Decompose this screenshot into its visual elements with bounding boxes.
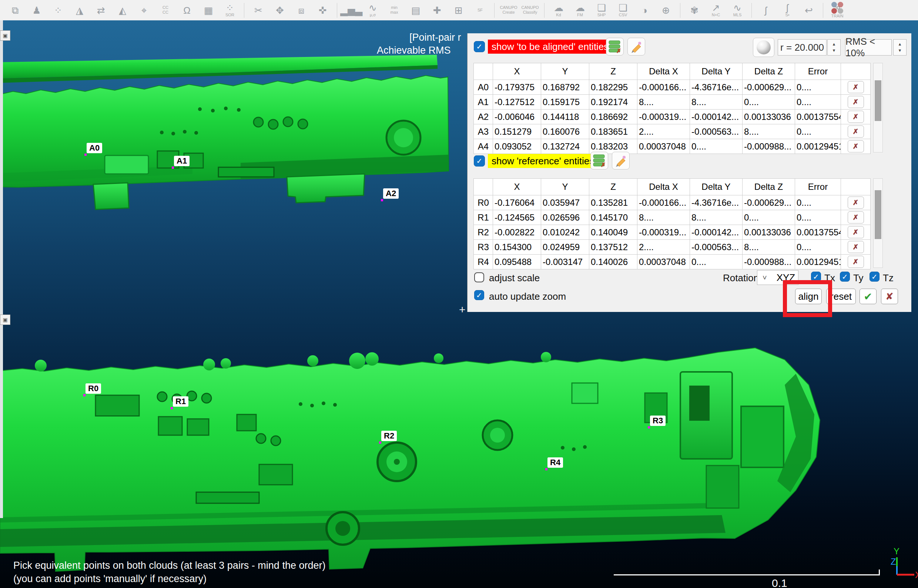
delete-point-button[interactable]: ✗ [848,140,864,152]
canupo-classify-icon[interactable]: CANUPOClassify [520,2,540,19]
rms-field[interactable]: RMS < 10% [845,39,892,55]
table-row[interactable]: A0-0.1793750.1687920.182295-0.000166...-… [474,80,871,95]
axis-gizmo: Y Z X [885,543,918,584]
c2m-distance-icon[interactable]: Ω [176,2,197,19]
icon-glyph: ▤ [411,6,420,15]
shp-file-icon[interactable]: ❏SHP [591,2,612,19]
tz-checkbox[interactable]: ✓ [870,271,879,282]
table-row[interactable]: R0-0.1760640.0359470.135281-0.000166...-… [474,195,871,210]
delete-point-button[interactable]: ✗ [848,211,864,223]
spin-up-icon: ▲ [898,42,902,46]
dock-tab-top[interactable]: ▣ [0,30,10,41]
translate-rotate-icon[interactable]: ✥ [270,2,290,19]
delete-point-button[interactable]: ✗ [848,241,864,253]
aligned-point-cloud [0,55,449,210]
normals-compute-icon[interactable]: ↗N+C [706,2,726,19]
check-icon: ✔ [864,291,872,302]
facets-icon[interactable]: ◑ [634,2,655,19]
segment-scissors-icon[interactable]: ✂ [248,2,269,19]
table-row[interactable]: R2-0.0028220.0102420.140049-0.000319...-… [474,225,871,240]
kd-tree-icon[interactable]: ☁Kd [548,2,569,19]
table-row[interactable]: A2-0.0060460.1441180.186692-0.000319...-… [474,110,871,124]
cell-value: 2.... [637,240,690,255]
mesh-align-icon[interactable]: ◭ [112,2,133,19]
point-pair-registration-icon[interactable]: ⌖ [134,2,154,19]
csv-file-icon[interactable]: ❏CSV [613,2,634,19]
radius-spinner[interactable]: ▲▼ [827,39,840,55]
cell-value: -4.36716e... [690,80,743,95]
scrollbar-thumb[interactable] [875,80,881,121]
radius-field[interactable]: r = 20.000 [778,39,827,55]
reference-table-scrollbar[interactable] [873,178,883,268]
adjust-scale-checkbox[interactable] [474,272,484,282]
row-label: A1 [474,95,493,110]
aligned-table-scrollbar[interactable] [873,63,883,152]
point-label-R1: R1 [173,396,188,407]
icon-text: CC [163,10,168,15]
delete-point-button[interactable]: ✗ [848,111,864,123]
clone-icon[interactable]: ⧉ [5,2,26,19]
gaussian-stats-icon[interactable]: ∿μ,σ [362,2,383,19]
sphere-tool-button[interactable] [753,38,774,57]
dock-tab-bottom[interactable]: ▣ [0,315,10,325]
mls-smoothing-icon[interactable]: ∿MLS [727,2,748,19]
scrollbar-thumb[interactable] [875,190,881,239]
svg-text:✗: ✗ [601,162,606,167]
spline-fit-icon[interactable]: ʃS• [777,2,798,19]
validate-button[interactable]: ✔ [860,289,876,304]
table-row[interactable]: A40.0930520.1327240.1832030.000370480...… [474,139,871,154]
clipping-box-icon[interactable]: ⧈ [291,2,312,19]
cloud-align-icon[interactable]: ⇄ [91,2,112,19]
subsample-icon[interactable]: ⁘ [48,2,68,19]
column-header: Delta Z [743,179,795,195]
cell-value: -0.000629... [743,195,795,210]
column-header-empty [474,63,493,80]
reference-entities-list-button[interactable]: ✗ [590,152,608,170]
table-row[interactable]: R40.095488-0.0031470.1400260.000370480..… [474,255,871,270]
masc-3d-train-icon[interactable]: 3DTRAIN [827,2,848,19]
cell-value: -0.000319... [637,225,690,240]
icon-text: min [391,6,398,10]
apply-transform-icon[interactable]: ♟ [26,2,47,19]
reference-pick-point-button[interactable] [612,152,630,170]
delete-point-button[interactable]: ✗ [848,197,864,209]
sf-filter-icon[interactable]: ▤ [405,2,426,19]
delete-point-button[interactable]: ✗ [848,81,864,93]
sf-calculator-icon[interactable]: ⊞ [448,2,469,19]
ty-checkbox[interactable]: ✓ [840,271,850,282]
picked-point-marker [648,426,650,428]
rasterize-icon[interactable]: ▦ [198,2,219,19]
table-row[interactable]: A30.1512790.1600760.1836512....-0.000563… [474,124,871,139]
table-row[interactable]: R30.1543000.0249590.1375122....-0.000563… [474,240,871,255]
delete-point-button[interactable]: ✗ [848,256,864,268]
delete-point-button[interactable]: ✗ [848,126,864,138]
fm-icon[interactable]: ☁FM [570,2,590,19]
histogram-icon[interactable]: ▂▅▃ [341,2,362,19]
delete-point-button[interactable]: ✗ [848,96,864,108]
c2c-distance-icon[interactable]: CCCC [155,2,176,19]
undo-transform-icon[interactable]: ↩ [798,2,819,19]
cancel-button[interactable]: ✘ [881,289,898,304]
show-reference-checkbox[interactable]: ✓ [474,155,485,166]
sf-add-icon[interactable]: ✚ [427,2,448,19]
spline-icon[interactable]: ʃ [755,2,776,19]
globe-icon[interactable]: ⊕ [656,2,676,19]
point-picking-icon[interactable]: ✜ [312,2,333,19]
sor-filter-icon[interactable]: ⁘SOR [220,2,240,19]
column-header: X [493,63,541,80]
canupo-create-icon[interactable]: CANUPOCreate [498,2,519,19]
show-aligned-checkbox[interactable]: ✓ [474,41,485,52]
mesh-sample-icon[interactable]: ◮ [69,2,90,19]
cell-value: -0.000166... [637,195,690,210]
delete-point-button[interactable]: ✗ [848,226,864,238]
cell-value: 0.144118 [541,110,589,124]
aligned-entities-list-button[interactable]: ✗ [606,38,624,55]
auto-update-zoom-checkbox[interactable]: ✓ [474,290,484,300]
sf-minmax-icon[interactable]: minmax [384,2,405,19]
rms-spinner[interactable]: ▲▼ [893,39,907,55]
sf-gradient-icon[interactable]: SF [470,2,490,19]
aligned-pick-point-button[interactable] [627,38,645,55]
table-row[interactable]: R1-0.1245650.0265960.1451708....8....0..… [474,210,871,225]
fractal-icon[interactable]: ✾ [684,2,705,19]
table-row[interactable]: A1-0.1275120.1591750.1921748....8....0..… [474,95,871,110]
